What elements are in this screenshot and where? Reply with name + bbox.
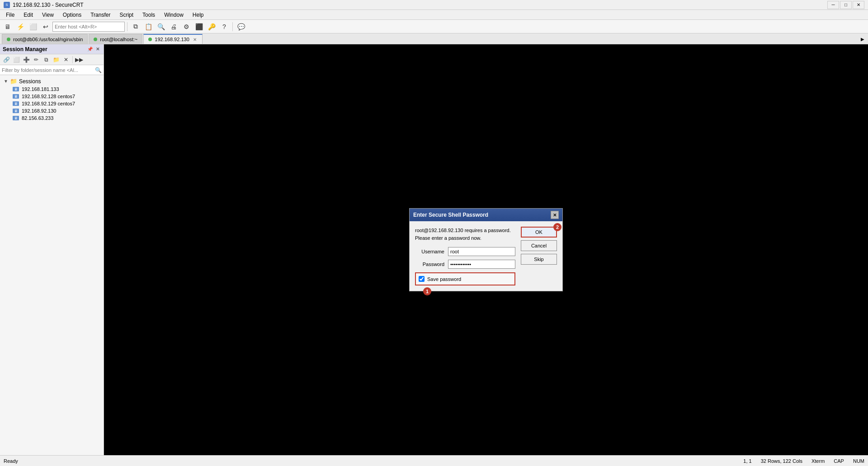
toolbar-key-btn[interactable]: 🔑: [206, 21, 217, 32]
tab-3-close[interactable]: ✕: [192, 37, 198, 42]
password-label: Password: [415, 262, 444, 267]
toolbar: 🖥 ⚡ ⬜ ↩ ⧉ 📋 🔍 🖨 ⚙ ⬛ 🔑 ? 💬: [0, 20, 868, 33]
tab-3-label: 192.168.92.130: [155, 37, 189, 42]
tree-root-label: Sessions: [19, 78, 41, 85]
toolbar-lightning-btn[interactable]: ⚡: [14, 21, 26, 32]
tree-item-icon-4: 🖥: [13, 116, 19, 120]
address-input[interactable]: [52, 22, 125, 32]
terminal-area[interactable]: Enter Secure Shell Password ✕ root@192.1…: [104, 44, 868, 455]
tree-item-icon-2: 🖥: [13, 101, 19, 106]
menu-transfer[interactable]: Transfer: [86, 10, 114, 19]
annotation-badge-2: 2: [553, 223, 561, 231]
username-input[interactable]: [448, 247, 515, 256]
save-password-row: Save password 1: [415, 272, 515, 285]
save-password-checkbox[interactable]: [419, 276, 425, 282]
tree-root-arrow: ▼: [4, 79, 8, 84]
window-title: 192.168.92.130 - SecureCRT: [13, 2, 84, 8]
sm-add-btn[interactable]: ➕: [22, 55, 31, 64]
sm-new-btn[interactable]: ⬜: [12, 55, 21, 64]
tree-item-0[interactable]: 🖥 192.168.181.133: [0, 86, 104, 93]
tree-item-label-4: 82.156.63.233: [22, 115, 53, 121]
main-layout: Session Manager 📌 ✕ 🔗 ⬜ ➕ ✏ ⧉ 📁 ✕ ▶▶ 🔍 ▼…: [0, 44, 868, 455]
tree-item-icon-0: 🖥: [13, 87, 19, 91]
sm-rename-btn[interactable]: ✏: [32, 55, 41, 64]
filter-box: 🔍: [0, 65, 104, 75]
toolbar-chat-btn[interactable]: 💬: [235, 21, 247, 32]
menu-script[interactable]: Script: [115, 10, 137, 19]
tab-scroll-arrow[interactable]: ▶: [859, 34, 866, 44]
username-label: Username: [415, 249, 444, 254]
password-input[interactable]: [448, 260, 515, 269]
toolbar-sftp-btn[interactable]: ⬛: [193, 21, 205, 32]
toolbar-settings-btn[interactable]: ⚙: [180, 21, 192, 32]
toolbar-help-btn[interactable]: ?: [218, 21, 230, 32]
toolbar-disconnect-btn[interactable]: ↩: [40, 21, 52, 32]
filter-input[interactable]: [2, 67, 93, 73]
menu-options[interactable]: Options: [59, 10, 85, 19]
tab-2[interactable]: root@localhost:~: [89, 34, 142, 44]
dialog-close-button[interactable]: ✕: [551, 211, 559, 219]
ok-btn-wrapper: OK 2: [521, 227, 557, 238]
save-password-label[interactable]: Save password: [427, 276, 461, 282]
status-bar: Ready 1, 1 32 Rows, 122 Cols Xterm CAP N…: [0, 455, 868, 466]
status-position: 1, 1: [743, 458, 751, 464]
toolbar-print-btn[interactable]: 🖨: [168, 21, 179, 32]
tree-root-folder-icon: 📁: [10, 78, 17, 85]
menu-tools[interactable]: Tools: [138, 10, 159, 19]
ok-button[interactable]: OK: [521, 227, 557, 238]
skip-button[interactable]: Skip: [521, 254, 557, 265]
tab-1-dot: [7, 38, 10, 41]
tree-item-icon-3: 🖥: [13, 109, 19, 113]
toolbar-connect-btn[interactable]: 🖥: [2, 21, 14, 32]
tree-item-icon-1: 🖥: [13, 94, 19, 99]
sm-separator: [72, 56, 73, 63]
menu-view[interactable]: View: [38, 10, 58, 19]
sm-more-btn[interactable]: ▶▶: [75, 55, 84, 64]
toolbar-copy-btn[interactable]: ⧉: [130, 21, 142, 32]
maximize-button[interactable]: □: [840, 1, 852, 9]
sm-clone-btn[interactable]: ⧉: [42, 55, 51, 64]
sm-delete-btn[interactable]: ✕: [61, 55, 71, 64]
tree-item-3[interactable]: 🖥 192.168.92.130: [0, 107, 104, 114]
tree-item-1[interactable]: 🖥 192.168.92.128 centos7: [0, 93, 104, 100]
close-button[interactable]: ✕: [853, 1, 864, 9]
cancel-button[interactable]: Cancel: [521, 240, 557, 251]
sm-folder-btn[interactable]: 📁: [52, 55, 61, 64]
tab-3-dot: [148, 38, 152, 41]
password-field: Password: [415, 260, 515, 269]
tree-item-2[interactable]: 🖥 192.168.92.129 centos7: [0, 100, 104, 107]
session-manager-header: Session Manager 📌 ✕: [0, 44, 104, 54]
tab-3[interactable]: 192.168.92.130 ✕: [143, 34, 202, 44]
dialog-message-line2: Please enter a password now.: [415, 235, 481, 241]
dialog-overlay: Enter Secure Shell Password ✕ root@192.1…: [104, 44, 868, 455]
tab-1-label: root@db06:/usr/local/nginx/sbin: [13, 37, 83, 42]
menu-help[interactable]: Help: [189, 10, 208, 19]
tree-item-4[interactable]: 🖥 82.156.63.233: [0, 114, 104, 122]
status-num: NUM: [853, 458, 864, 464]
tree-root-group[interactable]: ▼ 📁 Sessions: [0, 77, 104, 86]
title-bar-left: S 192.168.92.130 - SecureCRT: [4, 2, 84, 8]
sm-close-btn[interactable]: ✕: [94, 46, 101, 52]
dialog-titlebar: Enter Secure Shell Password ✕: [410, 209, 562, 221]
menu-edit[interactable]: Edit: [19, 10, 37, 19]
tab-1[interactable]: root@db06:/usr/local/nginx/sbin: [2, 34, 88, 44]
menu-file[interactable]: File: [2, 10, 19, 19]
dialog-content: root@192.168.92.130 requires a password.…: [415, 227, 557, 285]
toolbar-paste-btn[interactable]: 📋: [142, 21, 154, 32]
menu-window[interactable]: Window: [160, 10, 188, 19]
dialog-body: root@192.168.92.130 requires a password.…: [410, 221, 562, 291]
password-dialog: Enter Secure Shell Password ✕ root@192.1…: [409, 208, 563, 291]
dialog-title: Enter Secure Shell Password: [413, 212, 488, 218]
sm-connect-btn[interactable]: 🔗: [2, 55, 11, 64]
status-text: Ready: [4, 458, 18, 464]
toolbar-clone-btn[interactable]: ⬜: [27, 21, 39, 32]
toolbar-find-btn[interactable]: 🔍: [155, 21, 167, 32]
title-bar-controls: ─ □ ✕: [827, 1, 864, 9]
minimize-button[interactable]: ─: [827, 1, 839, 9]
dialog-message-line1: root@192.168.92.130 requires a password.: [415, 228, 511, 233]
tree-item-label-3: 192.168.92.130: [22, 108, 56, 114]
sm-pin-btn[interactable]: 📌: [87, 46, 93, 52]
tab-2-dot: [94, 38, 97, 41]
tree-item-label-2: 192.168.92.129 centos7: [22, 101, 75, 106]
session-manager-panel: Session Manager 📌 ✕ 🔗 ⬜ ➕ ✏ ⧉ 📁 ✕ ▶▶ 🔍 ▼…: [0, 44, 104, 455]
